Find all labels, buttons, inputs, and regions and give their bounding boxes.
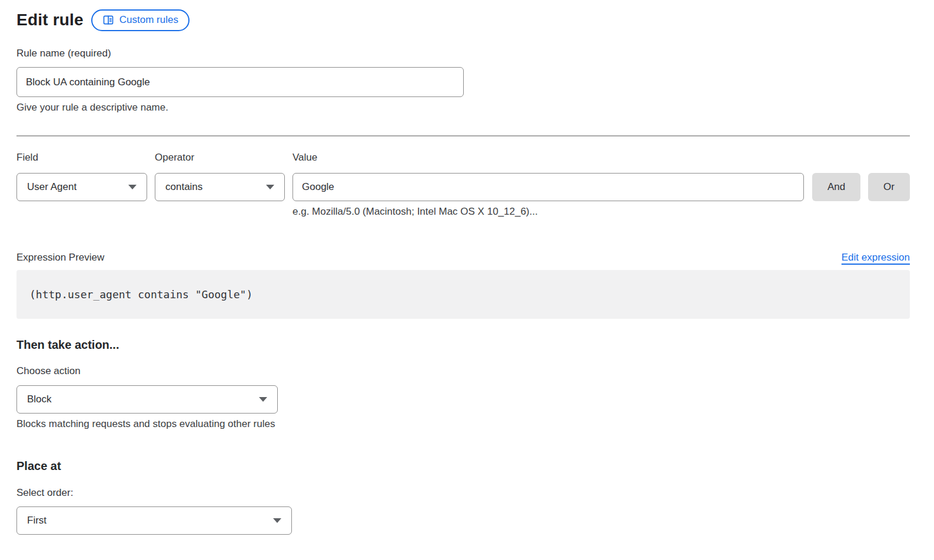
field-label: Field — [16, 152, 147, 164]
action-help: Blocks matching requests and stops evalu… — [16, 418, 910, 430]
chevron-down-icon — [266, 185, 274, 189]
expression-preview-label: Expression Preview — [16, 252, 104, 264]
select-order-label: Select order: — [16, 487, 910, 499]
expression-preview-header: Expression Preview Edit expression — [16, 252, 910, 264]
field-column: Field User Agent — [16, 152, 147, 218]
rule-name-label: Rule name (required) — [16, 48, 111, 59]
edit-expression-link[interactable]: Edit expression — [842, 252, 910, 264]
rule-name-input[interactable] — [16, 67, 464, 97]
field-select[interactable]: User Agent — [16, 173, 147, 201]
and-button[interactable]: And — [812, 173, 860, 201]
rule-name-help: Give your rule a descriptive name. — [16, 102, 910, 114]
operator-select-value: contains — [165, 181, 202, 193]
value-input[interactable] — [293, 173, 804, 201]
order-select[interactable]: First — [16, 506, 292, 535]
operator-select[interactable]: contains — [155, 173, 285, 201]
chevron-down-icon — [273, 518, 281, 523]
section-divider — [16, 135, 910, 136]
custom-rules-badge-label: Custom rules — [119, 14, 178, 26]
action-select[interactable]: Block — [16, 385, 278, 414]
expression-builder-row: Field User Agent Operator contains Value… — [16, 152, 910, 218]
chevron-down-icon — [128, 185, 137, 189]
page-title: Edit rule — [16, 11, 84, 29]
value-help: e.g. Mozilla/5.0 (Macintosh; Intel Mac O… — [293, 206, 804, 218]
open-book-icon — [102, 14, 114, 26]
action-heading: Then take action... — [16, 338, 910, 352]
expression-preview-box: (http.user_agent contains "Google") — [16, 270, 910, 319]
choose-action-label: Choose action — [16, 365, 910, 377]
order-select-value: First — [27, 515, 46, 526]
operator-label: Operator — [155, 152, 285, 164]
custom-rules-badge[interactable]: Custom rules — [91, 9, 190, 31]
placement-heading: Place at — [16, 459, 910, 473]
chevron-down-icon — [259, 397, 267, 402]
edit-rule-page: Edit rule Custom rules Rule name (requir… — [0, 0, 934, 535]
conjunction-buttons: And Or — [804, 152, 910, 218]
value-column: Value e.g. Mozilla/5.0 (Macintosh; Intel… — [293, 152, 804, 218]
or-button[interactable]: Or — [868, 173, 910, 201]
value-label: Value — [293, 152, 804, 164]
expression-text: (http.user_agent contains "Google") — [29, 288, 252, 301]
operator-column: Operator contains — [155, 152, 285, 218]
page-header: Edit rule Custom rules — [16, 9, 910, 31]
field-select-value: User Agent — [27, 181, 77, 193]
action-select-value: Block — [27, 394, 52, 405]
rule-name-section: Rule name (required) Give your rule a de… — [16, 48, 910, 114]
